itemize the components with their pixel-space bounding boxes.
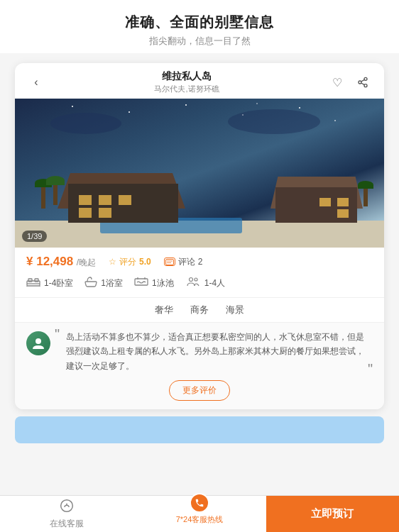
page-subtitle: 指尖翻动，信息一目了然 bbox=[14, 35, 385, 48]
star-icon: ☆ bbox=[109, 257, 116, 267]
svg-point-2 bbox=[364, 84, 367, 87]
more-reviews-button[interactable]: 更多评价 bbox=[169, 380, 230, 401]
top-heading-section: 准确、全面的别墅信息 指尖翻动，信息一目了然 bbox=[0, 0, 399, 53]
bottom-tab-bar: 在线客服 7*24客服热线 立即预订 bbox=[0, 495, 399, 532]
features-row: 1-4卧室 1浴室 1泳池 bbox=[15, 273, 384, 298]
svg-point-20 bbox=[60, 499, 72, 511]
tab-hotline[interactable]: 7*24客服热线 bbox=[133, 496, 266, 532]
bathroom-icon bbox=[84, 276, 97, 290]
guests-label: 1-4人 bbox=[204, 277, 225, 289]
back-button[interactable]: ‹ bbox=[26, 72, 46, 92]
tab-book[interactable]: 立即预订 bbox=[266, 496, 399, 532]
tags-row: 奢华 商务 海景 bbox=[15, 298, 384, 323]
hotline-label: 7*24客服热线 bbox=[176, 514, 224, 525]
tag-luxury: 奢华 bbox=[155, 304, 173, 316]
rating-box: ☆ 评分 5.0 bbox=[109, 256, 151, 268]
card-header: ‹ 维拉私人岛 马尔代夫,诺努环礁 ♡ bbox=[15, 63, 384, 99]
reviewer-avatar bbox=[26, 331, 50, 355]
share-button[interactable] bbox=[353, 72, 373, 92]
price-display: ¥ 12,498 /晚起 bbox=[26, 255, 96, 269]
svg-point-19 bbox=[35, 338, 41, 344]
review-content: " 岛上活动不算多也不算少，适合真正想要私密空间的人，水飞休息室不错，但是强烈建… bbox=[26, 330, 373, 373]
svg-line-3 bbox=[361, 83, 365, 85]
book-label: 立即预订 bbox=[311, 507, 354, 521]
review-section: " 岛上活动不算多也不算少，适合真正想要私密空间的人，水飞休息室不错，但是强烈建… bbox=[15, 323, 384, 409]
feature-pool: 1泳池 bbox=[134, 277, 174, 289]
feature-guests: 1-4人 bbox=[185, 277, 225, 289]
review-text-wrap: " 岛上活动不算多也不算少，适合真正想要私密空间的人，水飞休息室不错，但是强烈建… bbox=[58, 330, 373, 373]
card-title-area: 维拉私人岛 马尔代夫,诺努环礁 bbox=[46, 70, 327, 94]
price-row: ¥ 12,498 /晚起 ☆ 评分 5.0 评论 2 bbox=[15, 248, 384, 273]
comment-count: 2 bbox=[198, 257, 203, 267]
svg-point-18 bbox=[195, 278, 197, 281]
villa-card: ‹ 维拉私人岛 马尔代夫,诺努环礁 ♡ bbox=[15, 63, 384, 409]
svg-line-4 bbox=[361, 79, 365, 82]
comment-box: 评论 2 bbox=[164, 256, 203, 268]
review-text: 岛上活动不算多也不算少，适合真正想要私密空间的人，水飞休息室不错，但是强烈建议岛… bbox=[58, 330, 373, 373]
quote-left: " bbox=[55, 327, 60, 341]
rating-value: 5.0 bbox=[139, 257, 151, 267]
bedroom-icon bbox=[26, 277, 40, 289]
promo-band bbox=[15, 416, 384, 443]
comment-label: 评论 bbox=[178, 256, 195, 268]
guests-icon bbox=[185, 277, 201, 289]
svg-rect-5 bbox=[165, 259, 173, 265]
svg-point-0 bbox=[364, 77, 367, 80]
svg-rect-11 bbox=[35, 279, 38, 282]
bathroom-label: 1浴室 bbox=[101, 277, 123, 289]
favorite-button[interactable]: ♡ bbox=[327, 72, 347, 92]
pool-icon bbox=[134, 277, 148, 289]
feature-bathroom: 1浴室 bbox=[84, 276, 123, 290]
feature-bedroom: 1-4卧室 bbox=[26, 277, 73, 289]
image-counter: 1/39 bbox=[22, 231, 47, 242]
tag-seaview: 海景 bbox=[226, 304, 244, 316]
page-title: 准确、全面的别墅信息 bbox=[14, 13, 385, 32]
quote-right: " bbox=[368, 361, 373, 377]
hotel-image[interactable]: 1/39 bbox=[15, 99, 384, 248]
price-value: ¥ 12,498 bbox=[26, 255, 73, 268]
pool-label: 1泳池 bbox=[152, 277, 174, 289]
hotel-name: 维拉私人岛 bbox=[46, 70, 327, 83]
hotel-location: 马尔代夫,诺努环礁 bbox=[46, 84, 327, 94]
svg-point-1 bbox=[359, 81, 361, 84]
tag-business: 商务 bbox=[190, 304, 209, 316]
service-label: 在线客服 bbox=[50, 518, 84, 530]
bedroom-label: 1-4卧室 bbox=[44, 277, 73, 289]
tab-service[interactable]: 在线客服 bbox=[0, 496, 133, 532]
comment-icon bbox=[164, 257, 175, 266]
hotline-circle bbox=[190, 493, 209, 513]
rating-label: 评分 bbox=[119, 256, 136, 268]
price-suffix: /晚起 bbox=[77, 257, 96, 267]
svg-rect-10 bbox=[28, 279, 32, 282]
service-icon bbox=[60, 499, 74, 516]
svg-point-17 bbox=[189, 278, 192, 282]
